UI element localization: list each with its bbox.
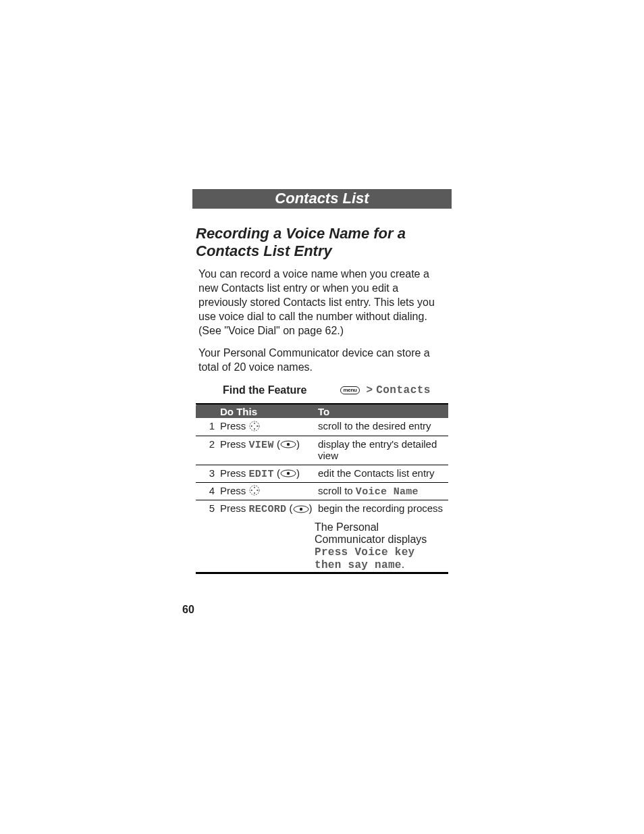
scroll-icon [249, 421, 260, 434]
step-number: 3 [196, 465, 216, 482]
step-to: edit the Contacts list entry [314, 465, 448, 482]
svg-point-2 [254, 428, 255, 429]
svg-point-11 [254, 492, 255, 494]
step-to: begin the recording process [314, 500, 448, 518]
step-number: 4 [196, 482, 216, 500]
softkey-icon [280, 468, 296, 479]
table-row: 2 Press VIEW ( ) display the entry's det… [196, 436, 448, 465]
find-the-feature-label: Find the Feature [223, 384, 306, 396]
scroll-icon [249, 485, 260, 498]
table-row: 1 Press scroll to the desired entry [196, 418, 448, 436]
page-heading: Recording a Voice Name for a Contacts Li… [196, 225, 448, 260]
table-row: 3 Press EDIT ( ) edit the Contacts list … [196, 465, 448, 482]
step-number: 2 [196, 436, 216, 465]
step-to: display the entry's detailed view [314, 436, 448, 465]
step-to: scroll to Voice Name [314, 482, 448, 500]
step-to-extra: The Personal Communicator displays Press… [314, 517, 448, 573]
step-do: Press [216, 418, 314, 436]
softkey-icon [280, 439, 296, 450]
step-number: 5 [196, 500, 216, 518]
svg-point-8 [287, 472, 290, 475]
svg-point-4 [257, 425, 258, 427]
table-row: 5 Press RECORD ( ) begin the recording p… [196, 500, 448, 518]
table-row-extra: The Personal Communicator displays Press… [196, 517, 448, 573]
section-title-bar: Contacts List [192, 189, 452, 209]
svg-point-10 [254, 487, 255, 488]
table-head-blank [196, 404, 216, 418]
intro-paragraph-2: Your Personal Communicator device can st… [196, 346, 448, 374]
step-do: Press RECORD ( ) [216, 500, 314, 518]
step-do: Press [216, 482, 314, 500]
svg-point-6 [287, 443, 290, 446]
step-number: 1 [196, 418, 216, 436]
manual-page: Contacts List Recording a Voice Name for… [0, 0, 644, 834]
table-head-do: Do This [216, 404, 314, 418]
svg-point-13 [257, 490, 258, 491]
table-head-to: To [314, 404, 448, 418]
step-to: scroll to the desired entry [314, 418, 448, 436]
svg-point-1 [254, 422, 255, 423]
svg-point-15 [299, 507, 302, 510]
intro-paragraph-1: You can record a voice name when you cre… [196, 267, 448, 338]
menu-path: > Contacts [367, 384, 431, 396]
svg-point-12 [250, 490, 252, 491]
menu-key-icon: menu [340, 386, 359, 394]
table-row: 4 Press scroll to Voice Name [196, 482, 448, 500]
steps-table: Do This To 1 Press scroll to the desired… [196, 403, 448, 574]
softkey-icon [293, 504, 309, 515]
find-the-feature-row: Find the Feature menu > Contacts [196, 384, 448, 396]
step-do: Press VIEW ( ) [216, 436, 314, 465]
step-do: Press EDIT ( ) [216, 465, 314, 482]
svg-point-3 [250, 425, 252, 427]
page-number: 60 [182, 604, 194, 616]
